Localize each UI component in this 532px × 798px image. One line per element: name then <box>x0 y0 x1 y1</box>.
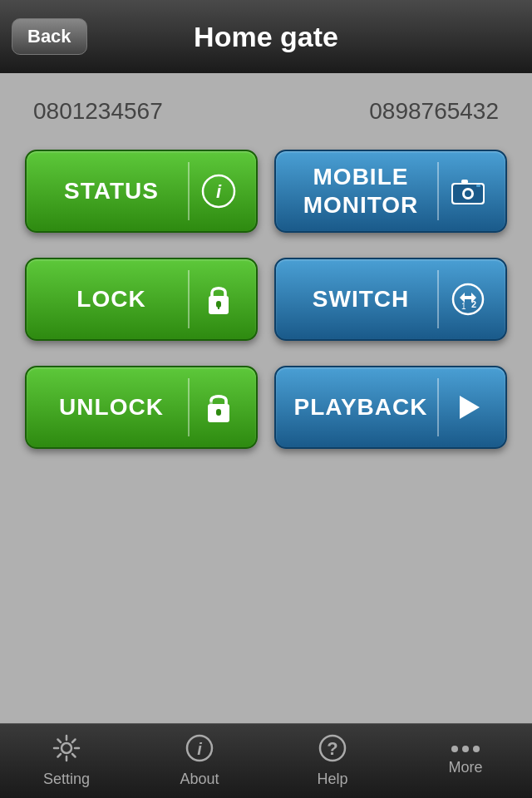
playback-label: PLAYBACK <box>291 394 431 421</box>
divider <box>188 378 190 436</box>
svg-marker-16 <box>460 396 480 419</box>
tab-more-label: More <box>448 759 482 776</box>
header: Back Home gate <box>0 0 532 73</box>
back-button[interactable]: Back <box>12 18 87 55</box>
tab-help-label: Help <box>317 771 347 788</box>
tab-about[interactable]: i About <box>133 734 266 788</box>
unlock-icon <box>196 389 241 426</box>
lock-button[interactable]: LOCK <box>25 258 258 341</box>
tab-more[interactable]: More <box>399 746 532 776</box>
status-label: STATUS <box>42 178 181 204</box>
svg-text:1: 1 <box>461 302 466 311</box>
camera-icon <box>446 176 490 206</box>
playback-button[interactable]: PLAYBACK <box>274 366 507 449</box>
about-info-icon: i <box>185 734 214 766</box>
lock-label: LOCK <box>42 286 181 313</box>
svg-line-25 <box>58 754 62 757</box>
unlock-label: UNLOCK <box>42 394 181 421</box>
switch-label: SWITCH <box>291 286 431 313</box>
buttons-grid: STATUS i MOBILEMONITOR <box>17 150 515 449</box>
tab-bar: Setting i About ? Help More <box>0 723 532 798</box>
lock-icon <box>196 281 241 318</box>
svg-point-5 <box>465 190 471 197</box>
info-icon: i <box>196 174 241 209</box>
svg-rect-7 <box>476 185 480 187</box>
divider <box>437 270 439 328</box>
tab-help[interactable]: ? Help <box>266 734 399 788</box>
svg-line-24 <box>72 740 76 743</box>
svg-rect-6 <box>461 180 468 184</box>
switch-button[interactable]: SWITCH 2 1 <box>274 258 507 341</box>
svg-text:i: i <box>216 181 222 202</box>
phone-number-left: 0801234567 <box>33 98 163 125</box>
svg-text:2: 2 <box>471 299 476 309</box>
status-button[interactable]: STATUS i <box>25 150 258 233</box>
switch-icon: 2 1 <box>446 281 490 318</box>
tab-setting-label: Setting <box>43 771 90 788</box>
play-icon <box>446 391 490 424</box>
svg-line-23 <box>72 754 76 757</box>
svg-text:i: i <box>197 740 202 758</box>
unlock-button[interactable]: UNLOCK <box>25 366 258 449</box>
page-title: Home gate <box>194 21 338 53</box>
dots-icon <box>451 746 480 752</box>
phone-numbers-row: 0801234567 0898765432 <box>17 98 515 125</box>
phone-number-right: 0898765432 <box>369 98 499 125</box>
tab-about-label: About <box>180 771 219 788</box>
gear-icon <box>52 734 81 766</box>
svg-point-17 <box>62 743 71 753</box>
svg-line-22 <box>58 740 62 743</box>
svg-rect-15 <box>216 409 221 416</box>
mobile-monitor-label: MOBILEMONITOR <box>291 163 431 219</box>
divider <box>188 162 190 220</box>
main-content: 0801234567 0898765432 STATUS i MOBILEMON… <box>0 73 532 723</box>
divider <box>437 162 439 220</box>
tab-setting[interactable]: Setting <box>0 734 133 788</box>
mobile-monitor-button[interactable]: MOBILEMONITOR <box>274 150 507 233</box>
svg-text:?: ? <box>327 738 337 759</box>
divider <box>188 270 190 328</box>
help-icon: ? <box>318 734 347 766</box>
divider <box>437 378 439 436</box>
